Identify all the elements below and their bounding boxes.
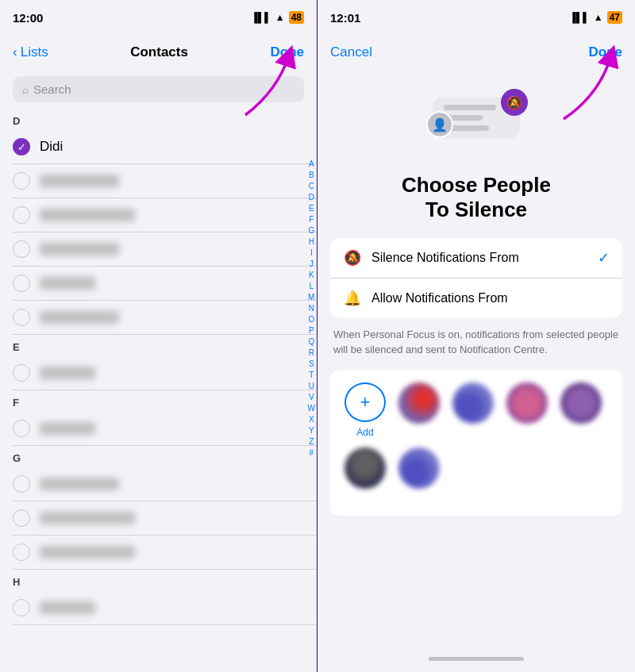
index-i[interactable]: I [310,248,313,258]
index-o[interactable]: O [308,314,314,324]
chevron-left-icon: ‹ [13,44,17,60]
index-c[interactable]: C [309,181,314,191]
index-a[interactable]: A [309,159,314,169]
avatar-blue-2 [398,447,440,489]
index-h[interactable]: H [309,236,314,247]
silence-icon: 🔕 [343,249,362,267]
allow-label: Allow Notifications From [371,291,610,305]
right-nav-bar: Cancel Done [318,35,635,70]
contact-row-4[interactable] [13,267,317,301]
avatar-red [398,382,440,424]
index-y[interactable]: Y [309,425,314,436]
people-card: + Add [330,370,622,516]
index-x[interactable]: X [309,414,314,424]
right-battery-badge: 47 [607,11,622,24]
contact-name-blur-g3 [40,546,135,559]
contact-name-blur-3 [40,243,119,255]
contact-row-2[interactable] [13,198,317,232]
left-panel: 12:00 ▐▌▌ ▲ 48 ‹ Lists Contacts Done ⌕ S… [0,0,318,672]
contact-row-e1[interactable] [13,356,317,390]
index-m[interactable]: M [308,292,314,302]
index-e[interactable]: E [309,203,314,213]
checkbox-5[interactable] [13,309,30,326]
index-p[interactable]: P [309,325,314,336]
index-v[interactable]: V [309,392,314,402]
right-main-content: 👤 🔕 Choose People To Silence 🔕 Silence N… [318,70,635,645]
index-b[interactable]: B [309,170,314,180]
contact-name-blur-g1 [40,478,119,490]
person-avatar-6 [397,447,441,503]
checkbox-1[interactable] [13,172,30,190]
person-avatar-4 [559,382,603,438]
contact-row-g3[interactable] [13,536,317,570]
index-d[interactable]: D [309,192,314,202]
contact-row-g1[interactable] [13,467,317,501]
search-icon: ⌕ [22,83,29,96]
index-hash[interactable]: # [309,447,314,458]
contact-row-h1[interactable] [13,591,317,625]
add-label: Add [356,427,373,438]
index-t[interactable]: T [309,370,314,380]
index-s[interactable]: S [309,359,314,369]
signal-icon: ▐▌▌ [251,12,271,23]
alphabet-index[interactable]: A B C D E F G H I J K L M N O P Q R S T … [308,159,315,458]
wifi-icon: ▲ [275,12,285,23]
index-z[interactable]: Z [309,436,314,447]
checkbox-e1[interactable] [13,364,30,382]
index-w[interactable]: W [308,403,315,413]
people-grid: + Add [343,382,610,503]
allow-option-row[interactable]: 🔔 Allow Notifications From [330,278,622,318]
checkbox-4[interactable] [13,275,30,292]
index-g[interactable]: G [308,225,314,236]
contact-row-didi[interactable]: Didi [13,130,317,164]
index-q[interactable]: Q [308,336,314,347]
checkbox-3[interactable] [13,240,30,258]
index-u[interactable]: U [309,381,314,391]
battery-badge: 48 [289,11,304,24]
checkbox-h1[interactable] [13,599,30,616]
cancel-button[interactable]: Cancel [330,44,372,60]
back-button[interactable]: ‹ Lists [13,44,48,60]
checkbox-g1[interactable] [13,475,30,493]
contact-name-blur-g2 [40,512,135,524]
contact-row-1[interactable] [13,164,317,198]
checkbox-didi[interactable] [13,138,30,156]
section-header-e: E [13,335,317,356]
illustration-bell-slash: 🔕 [501,89,528,116]
left-time: 12:00 [13,11,43,25]
silence-option-row[interactable]: 🔕 Silence Notifications From ✓ [330,238,622,278]
index-l[interactable]: L [309,281,314,291]
page-title: Contacts [130,44,188,60]
done-button-left[interactable]: Done [271,44,305,60]
contact-row-f1[interactable] [13,412,317,446]
section-header-f: F [13,390,317,412]
section-header-g: G [13,446,317,467]
right-status-bar: 12:01 ▐▌▌ ▲ 47 [318,0,635,35]
home-bar-right [429,657,524,661]
checkbox-g3[interactable] [13,543,30,561]
contact-row-5[interactable] [13,301,317,335]
index-j[interactable]: J [310,259,314,269]
left-status-icons: ▐▌▌ ▲ 48 [251,11,304,24]
contact-name-blur-2 [40,209,135,221]
home-indicator-right [318,645,635,672]
done-button-right[interactable]: Done [589,44,623,60]
index-f[interactable]: F [309,214,314,225]
search-bar[interactable]: ⌕ Search [13,76,304,102]
illustration: 👤 🔕 [330,89,622,160]
index-r[interactable]: R [309,348,314,358]
index-k[interactable]: K [309,270,314,280]
person-avatar-2 [451,382,495,438]
checkbox-g2[interactable] [13,509,30,527]
index-n[interactable]: N [309,303,314,313]
contact-row-3[interactable] [13,232,317,267]
section-header-d: D [13,109,317,130]
checkbox-2[interactable] [13,206,30,224]
contact-name-blur-5 [40,311,119,324]
add-person-button[interactable]: + Add [343,382,387,438]
checkbox-f1[interactable] [13,420,30,437]
contact-row-g2[interactable] [13,501,317,536]
right-status-icons: ▐▌▌ ▲ 47 [569,11,622,24]
allow-icon: 🔔 [343,290,362,307]
avatar-dark [344,447,386,489]
